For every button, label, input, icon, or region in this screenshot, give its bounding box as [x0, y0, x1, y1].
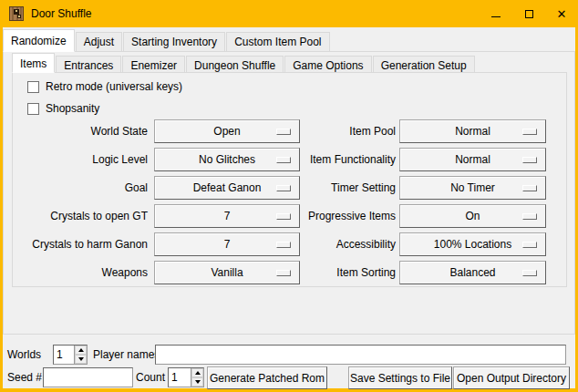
- minimize-button[interactable]: [480, 0, 512, 27]
- window-title: Door Shuffle: [31, 7, 92, 20]
- app-window: Door Shuffle ✕ Randomize Adjust Starting…: [0, 0, 578, 392]
- settings-row: World State Open Item Pool Normal: [13, 117, 566, 145]
- app-icon: [9, 6, 24, 21]
- dropdown-indicator-icon: [522, 185, 537, 191]
- dropdown-indicator-icon: [276, 185, 291, 191]
- window-content: Randomize Adjust Starting Inventory Cust…: [3, 27, 575, 388]
- count-input[interactable]: [169, 368, 191, 387]
- item-sorting-value: Balanced: [449, 266, 495, 279]
- dropdown-indicator-icon: [276, 270, 291, 276]
- tab-custom-item-pool[interactable]: Custom Item Pool: [226, 32, 329, 52]
- dropdown-indicator-icon: [276, 242, 291, 248]
- count-spinbox: [168, 367, 204, 387]
- timer-setting-label: Timer Setting: [300, 181, 396, 194]
- close-icon: ✕: [557, 7, 567, 21]
- goal-label: Goal: [13, 181, 148, 194]
- randomize-pane: Items Entrances Enemizer Dungeon Shuffle…: [3, 51, 575, 335]
- tab-game-options[interactable]: Game Options: [284, 56, 371, 73]
- world-state-label: World State: [13, 125, 148, 138]
- count-label: Count: [136, 367, 165, 387]
- item-pool-label: Item Pool: [300, 125, 396, 138]
- dropdown-indicator-icon: [522, 270, 537, 276]
- item-functionality-label: Item Functionality: [300, 153, 396, 166]
- retro-mode-checkbox-row: Retro mode (universal keys): [27, 79, 182, 94]
- progressive-items-dropdown[interactable]: On: [399, 204, 546, 228]
- crystals-gt-label: Crystals to open GT: [13, 210, 148, 222]
- settings-row: Crystals to open GT 7 Progressive Items …: [13, 201, 566, 230]
- dropdown-indicator-icon: [522, 242, 537, 248]
- worlds-input[interactable]: [54, 346, 74, 364]
- dropdown-indicator-icon: [276, 157, 291, 163]
- settings-row: Weapons Vanilla Item Sorting Balanced: [13, 258, 566, 286]
- tab-entrances[interactable]: Entrances: [56, 56, 121, 73]
- settings-grid: World State Open Item Pool Normal Logic …: [13, 117, 566, 286]
- up-triangle-icon: [195, 371, 201, 375]
- spin-up-button[interactable]: [75, 346, 87, 355]
- item-pool-dropdown[interactable]: Normal: [399, 119, 546, 143]
- seed-input[interactable]: [43, 367, 133, 387]
- save-settings-button[interactable]: Save Settings to File: [348, 366, 452, 389]
- dropdown-indicator-icon: [276, 213, 291, 220]
- accessibility-dropdown[interactable]: 100% Locations: [399, 232, 546, 256]
- weapons-dropdown[interactable]: Vanilla: [154, 261, 300, 284]
- tab-generation-setup[interactable]: Generation Setup: [373, 56, 475, 73]
- dropdown-indicator-icon: [276, 129, 291, 135]
- items-pane: Retro mode (universal keys) Shopsanity W…: [12, 72, 567, 287]
- item-sorting-label: Item Sorting: [300, 266, 396, 279]
- worlds-label: Worlds: [7, 345, 41, 365]
- logic-level-label: Logic Level: [13, 153, 148, 166]
- maximize-icon: [525, 10, 533, 18]
- settings-row: Logic Level No Glitches Item Functionali…: [13, 145, 566, 173]
- item-functionality-dropdown[interactable]: Normal: [399, 148, 546, 171]
- shopsanity-checkbox[interactable]: [27, 103, 39, 115]
- secondary-tab-bar: Items Entrances Enemizer Dungeon Shuffle…: [12, 53, 476, 73]
- logic-level-value: No Glitches: [199, 153, 255, 166]
- accessibility-label: Accessibility: [300, 238, 396, 251]
- titlebar: Door Shuffle ✕: [0, 0, 578, 27]
- worlds-spin-arrows: [74, 346, 87, 364]
- world-state-dropdown[interactable]: Open: [154, 119, 300, 143]
- generate-patched-rom-button[interactable]: Generate Patched Rom: [207, 366, 327, 389]
- player-names-input[interactable]: [155, 345, 566, 365]
- weapons-label: Weapons: [13, 266, 148, 279]
- tab-starting-inventory[interactable]: Starting Inventory: [123, 32, 225, 52]
- tab-items[interactable]: Items: [12, 53, 55, 73]
- tab-adjust[interactable]: Adjust: [76, 32, 122, 52]
- goal-value: Defeat Ganon: [193, 181, 262, 194]
- tab-dungeon-shuffle[interactable]: Dungeon Shuffle: [186, 56, 284, 73]
- maximize-button[interactable]: [512, 0, 545, 27]
- timer-setting-dropdown[interactable]: No Timer: [399, 176, 546, 200]
- dropdown-indicator-icon: [522, 129, 537, 135]
- settings-row: Crystals to harm Ganon 7 Accessibility 1…: [13, 230, 566, 258]
- spin-up-button[interactable]: [191, 368, 203, 377]
- tab-randomize[interactable]: Randomize: [3, 29, 75, 52]
- logic-level-dropdown[interactable]: No Glitches: [154, 148, 300, 171]
- dropdown-indicator-icon: [522, 157, 537, 163]
- count-spin-arrows: [191, 368, 203, 387]
- close-button[interactable]: ✕: [545, 0, 578, 27]
- open-output-directory-button[interactable]: Open Output Directory: [453, 366, 570, 389]
- spin-down-button[interactable]: [191, 377, 203, 387]
- item-sorting-dropdown[interactable]: Balanced: [399, 261, 546, 284]
- crystals-gt-value: 7: [224, 210, 231, 222]
- minimize-icon: [491, 16, 501, 17]
- accessibility-value: 100% Locations: [434, 238, 511, 251]
- weapons-value: Vanilla: [211, 266, 243, 279]
- spin-down-button[interactable]: [75, 355, 87, 364]
- tab-enemizer[interactable]: Enemizer: [122, 56, 185, 73]
- up-triangle-icon: [78, 348, 84, 352]
- world-state-value: Open: [213, 125, 240, 138]
- goal-dropdown[interactable]: Defeat Ganon: [154, 176, 300, 200]
- item-functionality-value: Normal: [455, 153, 490, 166]
- dropdown-indicator-icon: [522, 213, 537, 220]
- worlds-spinbox: [53, 345, 88, 365]
- timer-setting-value: No Timer: [450, 181, 495, 194]
- retro-mode-label: Retro mode (universal keys): [46, 80, 182, 93]
- player-names-label: Player names: [93, 345, 160, 365]
- progressive-items-value: On: [465, 210, 480, 222]
- crystals-ganon-dropdown[interactable]: 7: [154, 232, 300, 256]
- progressive-items-label: Progressive Items: [300, 210, 396, 222]
- retro-mode-checkbox[interactable]: [27, 81, 39, 93]
- crystals-gt-dropdown[interactable]: 7: [154, 204, 300, 228]
- item-pool-value: Normal: [455, 125, 490, 138]
